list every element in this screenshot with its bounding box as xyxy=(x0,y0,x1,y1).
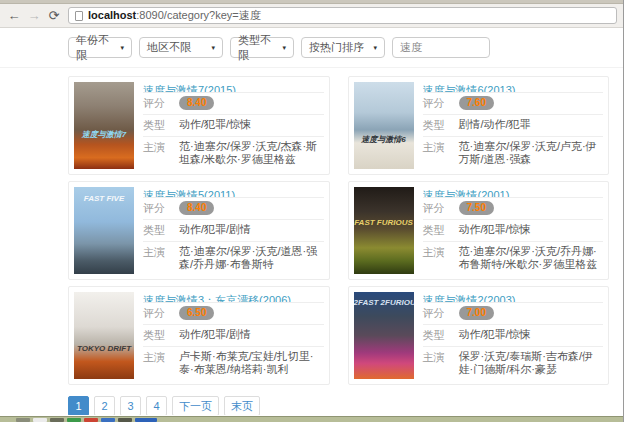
movie-info: 速度与激情(2001) 评分 7.50 类型 动作/犯罪/惊悚 主演 范·迪塞尔… xyxy=(423,187,604,274)
cast-value: 卢卡斯·布莱克/宝娃/扎切里·泰·布莱恩/纳塔莉·凯利 xyxy=(179,350,324,376)
genre-label: 类型 xyxy=(143,223,179,238)
cast-row: 主演 范·迪塞尔/保罗·沃克/道恩·强森/乔丹娜·布鲁斯特 xyxy=(143,242,324,274)
filter-bar: 年份不限 ▾ 地区不限 ▾ 类型不限 ▾ 按热门排序 ▾ xyxy=(0,28,623,68)
movie-title-link[interactable]: 速度与激情3：东京漂移(2006) xyxy=(143,292,324,303)
movie-title-link[interactable]: 速度与激情2(2003) xyxy=(423,292,604,303)
cast-value: 保罗·沃克/泰瑞斯·吉布森/伊娃·门德斯/科尔·豪瑟 xyxy=(459,350,604,376)
cast-label: 主演 xyxy=(143,350,179,365)
movie-title-link[interactable]: 速度与激情(2001) xyxy=(423,187,604,198)
taskbar-item[interactable] xyxy=(101,418,115,422)
back-icon[interactable]: ← xyxy=(6,8,22,24)
next-page-button[interactable]: 下一页 xyxy=(172,396,219,415)
cast-label: 主演 xyxy=(423,140,459,155)
rating-row: 评分 6.50 xyxy=(143,303,324,325)
page-button-4[interactable]: 4 xyxy=(146,396,167,415)
poster-caption: 2FAST 2FURIOUS xyxy=(354,298,414,307)
cast-label: 主演 xyxy=(423,245,459,260)
taskbar-item[interactable] xyxy=(118,418,132,422)
last-page-button[interactable]: 末页 xyxy=(224,396,260,415)
forward-icon[interactable]: → xyxy=(26,8,42,24)
movie-poster[interactable]: 2FAST 2FURIOUS xyxy=(354,292,414,379)
movie-poster[interactable]: 速度与激情7 xyxy=(74,82,134,169)
movie-info: 速度与激情2(2003) 评分 7.00 类型 动作/犯罪/惊悚 主演 保罗·沃… xyxy=(423,292,604,379)
year-filter-select[interactable]: 年份不限 ▾ xyxy=(68,37,132,58)
movie-poster[interactable]: 速度与激情6 xyxy=(354,82,414,169)
taskbar-item[interactable] xyxy=(33,418,47,422)
rating-row: 评分 7.60 xyxy=(423,93,604,115)
genre-row: 类型 剧情/动作/犯罪 xyxy=(423,115,604,137)
genre-value: 剧情/动作/犯罪 xyxy=(459,118,531,131)
poster-caption: FAST FIVE xyxy=(74,194,134,203)
genre-value: 动作/犯罪/惊悚 xyxy=(459,223,531,236)
url-text: localhost:8090/category?key=速度 xyxy=(88,8,261,23)
rating-badge: 8.40 xyxy=(179,201,214,215)
movie-info: 速度与激情5(2011) 评分 8.40 类型 动作/犯罪/剧情 主演 范·迪塞… xyxy=(143,187,324,274)
url-host: localhost xyxy=(88,9,136,21)
genre-row: 类型 动作/犯罪/剧情 xyxy=(143,325,324,347)
genre-value: 动作/犯罪/惊悚 xyxy=(459,328,531,341)
cast-value: 范·迪塞尔/保罗·沃克/乔丹娜·布鲁斯特/米歇尔·罗德里格兹 xyxy=(459,245,604,271)
cast-row: 主演 范·迪塞尔/保罗·沃克/卢克·伊万斯/道恩·强森 xyxy=(423,137,604,169)
cast-row: 主演 卢卡斯·布莱克/宝娃/扎切里·泰·布莱恩/纳塔莉·凯利 xyxy=(143,347,324,379)
sort-filter-label: 按热门排序 xyxy=(309,40,364,55)
genre-row: 类型 动作/犯罪/惊悚 xyxy=(143,115,324,137)
browser-window: ← → ⟳ localhost:8090/category?key=速度 年份不… xyxy=(0,0,624,422)
genre-value: 动作/犯罪/剧情 xyxy=(179,223,251,236)
rating-badge: 7.00 xyxy=(459,306,494,320)
sort-filter-select[interactable]: 按热门排序 ▾ xyxy=(301,37,385,58)
movie-info: 速度与激情7(2015) 评分 8.40 类型 动作/犯罪/惊悚 主演 范·迪塞… xyxy=(143,82,324,169)
page-content: 年份不限 ▾ 地区不限 ▾ 类型不限 ▾ 按热门排序 ▾ 速度与激情7 速度与激… xyxy=(0,28,623,415)
rating-row: 评分 8.40 xyxy=(143,93,324,115)
genre-value: 动作/犯罪/惊悚 xyxy=(179,118,251,131)
taskbar-item[interactable] xyxy=(84,418,98,422)
browser-toolbar: ← → ⟳ localhost:8090/category?key=速度 xyxy=(0,4,623,28)
movie-info: 速度与激情3：东京漂移(2006) 评分 6.50 类型 动作/犯罪/剧情 主演… xyxy=(143,292,324,379)
rating-badge: 7.60 xyxy=(459,96,494,110)
taskbar-item[interactable] xyxy=(50,418,64,422)
genre-label: 类型 xyxy=(143,118,179,133)
genre-label: 类型 xyxy=(423,118,459,133)
cast-value: 范·迪塞尔/保罗·沃克/卢克·伊万斯/道恩·强森 xyxy=(459,140,604,166)
page-button-1[interactable]: 1 xyxy=(68,396,89,415)
region-filter-label: 地区不限 xyxy=(147,40,191,55)
rating-label: 评分 xyxy=(423,96,459,111)
movie-title-link[interactable]: 速度与激情6(2013) xyxy=(423,82,604,93)
taskbar-item[interactable] xyxy=(16,418,30,422)
windows-taskbar[interactable] xyxy=(0,416,623,422)
page-button-2[interactable]: 2 xyxy=(94,396,115,415)
cast-label: 主演 xyxy=(143,245,179,260)
taskbar-item[interactable] xyxy=(135,418,157,422)
rating-badge: 7.50 xyxy=(459,201,494,215)
cast-row: 主演 范·迪塞尔/保罗·沃克/乔丹娜·布鲁斯特/米歇尔·罗德里格兹 xyxy=(423,242,604,274)
movie-card: TOKYO DRIFT 速度与激情3：东京漂移(2006) 评分 6.50 类型… xyxy=(68,286,330,385)
movie-card: 速度与激情6 速度与激情6(2013) 评分 7.60 类型 剧情/动作/犯罪 … xyxy=(348,76,610,175)
reload-icon[interactable]: ⟳ xyxy=(46,8,62,24)
genre-row: 类型 动作/犯罪/惊悚 xyxy=(423,325,604,347)
movie-card: FAST FURIOUS 速度与激情(2001) 评分 7.50 类型 动作/犯… xyxy=(348,181,610,280)
taskbar-item[interactable] xyxy=(67,418,81,422)
genre-label: 类型 xyxy=(423,223,459,238)
poster-caption: TOKYO DRIFT xyxy=(74,344,134,353)
genre-label: 类型 xyxy=(143,328,179,343)
movie-poster[interactable]: FAST FURIOUS xyxy=(354,187,414,274)
movie-card: 速度与激情7 速度与激情7(2015) 评分 8.40 类型 动作/犯罪/惊悚 … xyxy=(68,76,330,175)
address-bar[interactable]: localhost:8090/category?key=速度 xyxy=(68,7,617,24)
chevron-down-icon: ▾ xyxy=(282,44,286,52)
movie-poster[interactable]: FAST FIVE xyxy=(74,187,134,274)
movie-title-link[interactable]: 速度与激情5(2011) xyxy=(143,187,324,198)
movie-title-link[interactable]: 速度与激情7(2015) xyxy=(143,82,324,93)
movie-card: FAST FIVE 速度与激情5(2011) 评分 8.40 类型 动作/犯罪/… xyxy=(68,181,330,280)
movie-info: 速度与激情6(2013) 评分 7.60 类型 剧情/动作/犯罪 主演 范·迪塞… xyxy=(423,82,604,169)
poster-caption: 速度与激情7 xyxy=(74,129,134,140)
page-icon xyxy=(75,11,83,21)
search-input[interactable] xyxy=(392,37,490,58)
chevron-down-icon: ▾ xyxy=(120,44,124,52)
url-path: :8090/category?key=速度 xyxy=(136,9,260,21)
genre-filter-select[interactable]: 类型不限 ▾ xyxy=(230,37,294,58)
year-filter-label: 年份不限 xyxy=(76,33,112,63)
movie-poster[interactable]: TOKYO DRIFT xyxy=(74,292,134,379)
page-button-3[interactable]: 3 xyxy=(120,396,141,415)
rating-row: 评分 7.50 xyxy=(423,198,604,220)
region-filter-select[interactable]: 地区不限 ▾ xyxy=(139,37,223,58)
cast-row: 主演 范·迪塞尔/保罗·沃克/杰森·斯坦森/米歇尔·罗德里格兹 xyxy=(143,137,324,169)
